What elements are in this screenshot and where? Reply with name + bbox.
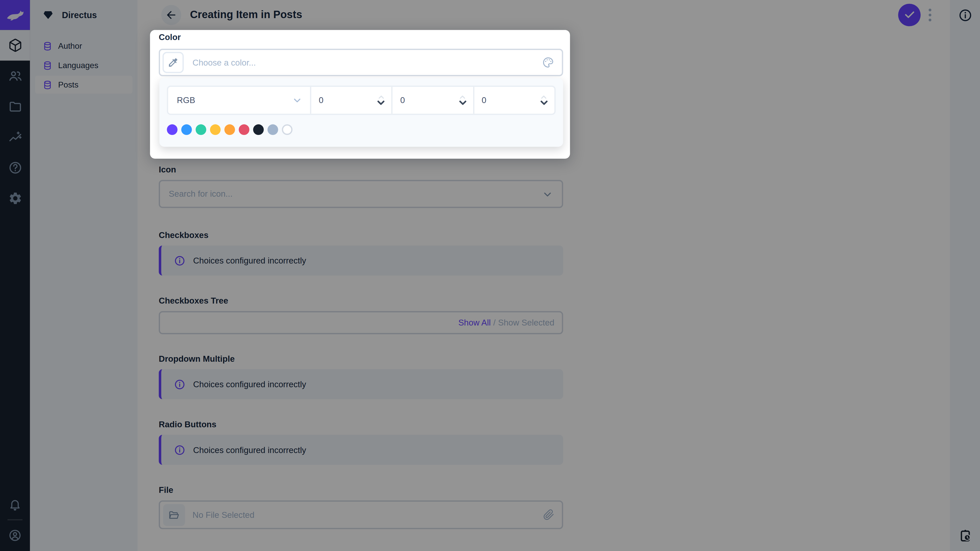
channel-value: 0 xyxy=(400,96,405,105)
channel-input-r[interactable]: 0 xyxy=(310,87,391,114)
eyedropper-button[interactable] xyxy=(162,52,184,73)
color-swatch[interactable] xyxy=(167,124,178,135)
number-stepper[interactable] xyxy=(458,95,467,106)
field-label: Color xyxy=(159,32,181,42)
color-mode-value: RGB xyxy=(177,96,195,105)
color-swatch[interactable] xyxy=(224,124,235,135)
number-stepper[interactable] xyxy=(377,95,385,106)
swatch-row xyxy=(167,124,293,135)
palette-icon[interactable] xyxy=(542,56,554,68)
color-field-popup: Color Choose a color... xyxy=(150,30,570,159)
color-picker-menu: RGB 0 0 xyxy=(159,78,563,147)
channel-input-b[interactable]: 0 xyxy=(473,87,554,114)
color-swatch[interactable] xyxy=(210,124,221,135)
color-swatch[interactable] xyxy=(181,124,192,135)
color-value-group: RGB 0 0 xyxy=(167,86,555,115)
color-swatch[interactable] xyxy=(267,124,278,135)
color-swatch[interactable] xyxy=(282,124,293,135)
color-mode-select[interactable]: RGB xyxy=(168,87,310,114)
app: Directus Author Languages xyxy=(0,0,980,551)
color-input[interactable]: Choose a color... xyxy=(159,49,563,76)
number-stepper[interactable] xyxy=(540,95,548,106)
color-placeholder: Choose a color... xyxy=(192,58,256,67)
color-swatch[interactable] xyxy=(239,124,250,135)
channel-value: 0 xyxy=(482,96,486,105)
chevron-down-icon xyxy=(292,95,303,106)
eyedropper-icon xyxy=(167,57,179,68)
color-swatch[interactable] xyxy=(196,124,207,135)
channel-input-g[interactable]: 0 xyxy=(391,87,473,114)
color-swatch[interactable] xyxy=(253,124,264,135)
channel-value: 0 xyxy=(319,96,323,105)
